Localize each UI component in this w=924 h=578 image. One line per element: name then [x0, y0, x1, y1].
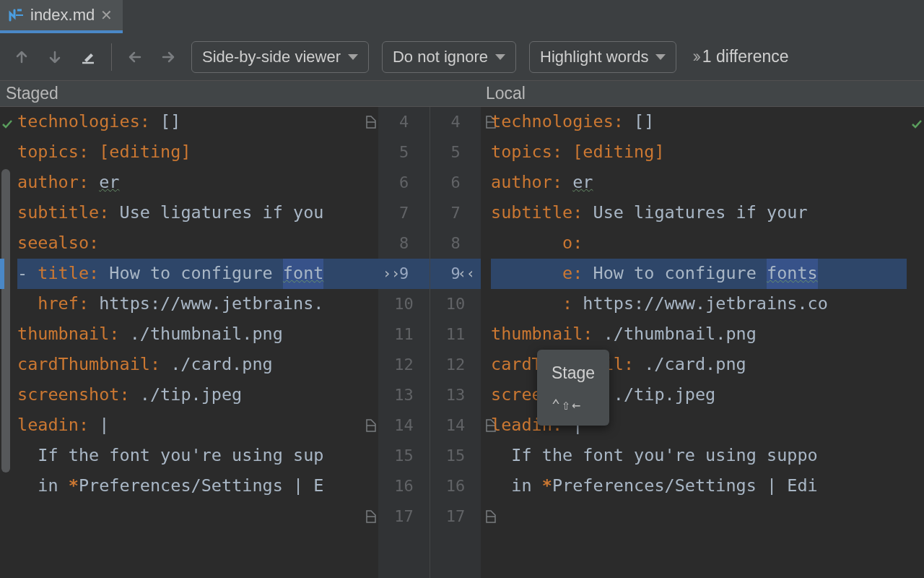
line-number: 7	[430, 198, 481, 228]
fold-handle[interactable]	[365, 198, 377, 228]
code-line[interactable]: in *Preferences/Settings | E	[17, 471, 378, 501]
gutter-left: 45678››91011121314151617	[378, 107, 430, 578]
code-line[interactable]: subtitle: Use ligatures if your	[491, 198, 907, 228]
staged-header: Staged	[0, 81, 480, 106]
prev-diff-icon[interactable]	[12, 47, 32, 67]
line-number: 8	[378, 228, 430, 259]
highlight-mode-dropdown[interactable]: Highlight words	[529, 41, 676, 73]
code-line[interactable]: thumbnail: ./thumbnail.png	[491, 319, 907, 350]
line-number: 6	[378, 168, 430, 198]
line-number: 17	[430, 501, 481, 532]
code-line[interactable]: thumbnail: ./thumbnail.png	[17, 319, 378, 350]
code-line[interactable]: href: https://www.jetbrains.	[17, 289, 378, 319]
close-icon[interactable]: ✕	[100, 8, 113, 22]
fold-gutter-left	[365, 107, 377, 532]
forward-icon[interactable]	[158, 47, 178, 67]
code-line[interactable]: seealso:	[17, 228, 378, 259]
local-header: Local	[480, 81, 924, 106]
chevron-down-icon	[495, 54, 505, 60]
line-number: 10	[430, 289, 481, 319]
code-line[interactable]: If the font you're using sup	[17, 441, 378, 471]
code-line[interactable]: technologies: []	[491, 107, 907, 137]
fold-handle[interactable]	[365, 228, 377, 259]
code-line[interactable]: cardThumbnail: ./card.png	[17, 350, 378, 380]
checkmark-icon	[911, 110, 923, 140]
fold-handle[interactable]	[365, 107, 377, 137]
line-number: 12	[430, 350, 481, 380]
diff-column-headers: Staged Local	[0, 81, 924, 107]
tab-bar: index.md ✕	[0, 0, 924, 33]
file-markdown-icon	[7, 7, 25, 23]
tab-filename: index.md	[30, 6, 95, 25]
fold-handle[interactable]	[365, 441, 377, 471]
code-line[interactable]: author: er	[17, 168, 378, 198]
code-line[interactable]: topics: [editing]	[17, 137, 378, 168]
ignore-mode-dropdown[interactable]: Do not ignore	[382, 41, 516, 73]
expand-icon: ››	[692, 47, 697, 66]
fold-handle[interactable]	[365, 168, 377, 198]
code-line[interactable]: If the font you're using suppo	[491, 441, 907, 471]
line-number: ››9	[378, 259, 430, 289]
fold-handle[interactable]	[365, 380, 377, 410]
code-line[interactable]: o:	[491, 228, 907, 259]
line-number: 5	[430, 137, 481, 168]
line-number: 15	[430, 441, 481, 471]
diff-toolbar: Side-by-side viewer Do not ignore Highli…	[0, 33, 924, 81]
tooltip-shortcut: ⌃⇧←	[552, 392, 595, 418]
gutter-right: 456789‹‹1011121314151617	[430, 107, 481, 578]
fold-handle[interactable]	[365, 471, 377, 501]
code-line[interactable]: author: er	[491, 168, 907, 198]
code-line[interactable]: - title: How to configure font	[17, 259, 378, 289]
line-number: 17	[378, 501, 430, 532]
line-number: 16	[430, 471, 481, 501]
accept-right-icon[interactable]: ››	[383, 261, 400, 287]
toolbar-divider	[111, 43, 112, 71]
line-number-gutter: 45678››91011121314151617 456789‹‹1011121…	[378, 107, 481, 578]
fold-handle[interactable]	[365, 319, 377, 350]
diff-view: technologies: []topics: [editing]author:…	[0, 107, 924, 578]
code-line[interactable]: leadin: |	[17, 410, 378, 441]
code-line[interactable]: technologies: []	[17, 107, 378, 137]
edit-icon[interactable]	[78, 47, 98, 67]
viewer-mode-label: Side-by-side viewer	[202, 48, 341, 66]
fold-handle[interactable]	[365, 137, 377, 168]
staged-pane[interactable]: technologies: []topics: [editing]author:…	[0, 107, 378, 578]
fold-handle[interactable]	[365, 410, 377, 441]
line-number: 13	[378, 380, 430, 410]
fold-handle[interactable]	[365, 259, 377, 289]
code-line[interactable]: screenshot: ./tip.jpeg	[17, 380, 378, 410]
code-line[interactable]: subtitle: Use ligatures if you	[17, 198, 378, 228]
chevron-down-icon	[655, 54, 666, 60]
line-number: 12	[378, 350, 430, 380]
line-number: 11	[430, 319, 481, 350]
line-number: 10	[378, 289, 430, 319]
line-number: 15	[378, 441, 430, 471]
accept-left-icon[interactable]: ‹‹	[458, 261, 475, 287]
fold-handle[interactable]	[365, 501, 377, 532]
line-number: 13	[430, 380, 481, 410]
viewer-mode-dropdown[interactable]: Side-by-side viewer	[191, 41, 369, 73]
tooltip-label: Stage	[552, 358, 595, 388]
line-number: 14	[430, 410, 481, 441]
fold-handle[interactable]	[365, 350, 377, 380]
local-pane[interactable]: technologies: []topics: [editing]author:…	[481, 107, 907, 578]
line-number: 11	[378, 319, 430, 350]
line-number: 4	[430, 107, 481, 137]
code-line[interactable]: : https://www.jetbrains.co	[491, 289, 907, 319]
next-diff-icon[interactable]	[45, 47, 65, 67]
code-line[interactable]: topics: [editing]	[491, 137, 907, 168]
code-line[interactable]: e: How to configure fonts	[491, 259, 907, 289]
chevron-down-icon	[348, 54, 358, 60]
line-number: 7	[378, 198, 430, 228]
fold-handle[interactable]	[365, 289, 377, 319]
code-line[interactable]: in *Preferences/Settings | Edi	[491, 471, 907, 501]
diff-count: ›› 1 difference	[692, 47, 788, 66]
line-number: 4	[378, 107, 430, 137]
back-icon[interactable]	[125, 47, 145, 67]
editor-tab[interactable]: index.md ✕	[0, 0, 123, 33]
stage-tooltip: Stage ⌃⇧←	[537, 350, 609, 426]
line-number: 5	[378, 137, 430, 168]
line-number: 14	[378, 410, 430, 441]
line-number: 16	[378, 471, 430, 501]
diff-count-label: 1 difference	[702, 47, 789, 66]
